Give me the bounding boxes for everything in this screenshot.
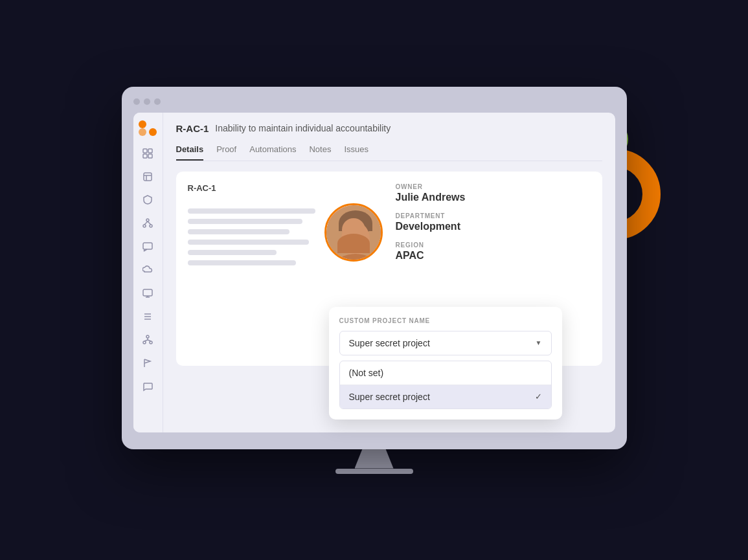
sidebar bbox=[133, 113, 163, 432]
sidebar-icon-dashboard[interactable] bbox=[142, 148, 153, 159]
dropdown-select-trigger[interactable]: Super secret project ▼ bbox=[339, 331, 552, 355]
record-id: R-AC-1 bbox=[176, 123, 209, 134]
monitor-frame: R-AC-1 Inability to maintain individual … bbox=[122, 87, 627, 449]
svg-rect-12 bbox=[143, 243, 152, 249]
text-line-3 bbox=[188, 229, 290, 234]
monitor-base bbox=[335, 469, 413, 474]
custom-project-dropdown-panel[interactable]: CUSTOM PROJECT NAME Super secret project… bbox=[329, 307, 562, 420]
page-header: R-AC-1 Inability to maintain individual … bbox=[176, 123, 602, 134]
department-field: DEPARTMENT Development bbox=[396, 212, 591, 232]
owner-label: OWNER bbox=[396, 183, 591, 190]
text-line-5 bbox=[188, 250, 277, 255]
logo-circle-extra bbox=[139, 128, 146, 136]
app-logo bbox=[139, 120, 157, 136]
text-line-6 bbox=[188, 260, 296, 265]
sidebar-icon-monitor[interactable] bbox=[142, 287, 153, 299]
svg-point-7 bbox=[146, 219, 149, 221]
option-super-secret-label: Super secret project bbox=[349, 392, 430, 402]
svg-point-19 bbox=[146, 335, 149, 338]
window-controls bbox=[133, 98, 615, 105]
sidebar-icon-list[interactable] bbox=[142, 311, 153, 322]
card-record-id: R-AC-1 bbox=[188, 183, 383, 193]
window-dot-2 bbox=[144, 98, 150, 105]
svg-line-10 bbox=[144, 221, 148, 225]
svg-rect-4 bbox=[144, 173, 152, 181]
text-line-4 bbox=[188, 240, 309, 245]
department-value: Development bbox=[396, 221, 591, 232]
record-title: Inability to maintain individual account… bbox=[215, 123, 391, 133]
text-line-1 bbox=[188, 208, 315, 214]
svg-point-30 bbox=[348, 232, 352, 237]
tab-issues[interactable]: Issues bbox=[344, 144, 368, 161]
check-icon: ✓ bbox=[535, 392, 542, 401]
window-dot-1 bbox=[133, 98, 140, 105]
monitor-stand bbox=[355, 449, 394, 469]
svg-point-8 bbox=[143, 225, 146, 227]
svg-line-11 bbox=[148, 221, 151, 225]
sidebar-icon-network[interactable] bbox=[142, 218, 153, 229]
svg-rect-3 bbox=[148, 154, 152, 158]
sidebar-icon-chat[interactable] bbox=[142, 241, 153, 252]
sidebar-icon-flag[interactable] bbox=[142, 357, 153, 369]
tab-details[interactable]: Details bbox=[176, 144, 204, 161]
avatar bbox=[324, 203, 383, 262]
tab-automations[interactable]: Automations bbox=[249, 144, 296, 161]
region-field: REGION APAC bbox=[396, 241, 591, 262]
dropdown-field-label: CUSTOM PROJECT NAME bbox=[339, 317, 552, 324]
dropdown-option-not-set[interactable]: (Not set) bbox=[340, 361, 551, 385]
department-label: DEPARTMENT bbox=[396, 212, 591, 219]
sidebar-icon-shield[interactable] bbox=[142, 194, 153, 206]
svg-point-32 bbox=[354, 239, 357, 241]
dropdown-options-list: (Not set) Super secret project ✓ bbox=[339, 361, 552, 409]
sidebar-icon-cloud[interactable] bbox=[142, 264, 153, 276]
svg-point-21 bbox=[150, 341, 152, 344]
svg-point-29 bbox=[341, 222, 370, 256]
svg-point-20 bbox=[143, 341, 146, 344]
text-line-2 bbox=[188, 219, 302, 224]
region-value: APAC bbox=[396, 250, 591, 262]
owner-value: Julie Andrews bbox=[396, 192, 591, 203]
tab-proof[interactable]: Proof bbox=[216, 144, 236, 161]
option-not-set-label: (Not set) bbox=[349, 368, 384, 378]
svg-point-31 bbox=[359, 232, 363, 237]
tab-notes[interactable]: Notes bbox=[309, 144, 331, 161]
avatar-image bbox=[326, 205, 381, 260]
dropdown-option-super-secret[interactable]: Super secret project ✓ bbox=[340, 385, 551, 409]
svg-rect-0 bbox=[143, 149, 147, 153]
owner-field: OWNER Julie Andrews bbox=[396, 183, 591, 203]
dropdown-selected-value: Super secret project bbox=[349, 338, 430, 348]
tab-bar: Details Proof Automations Notes Issues bbox=[176, 144, 602, 161]
svg-line-24 bbox=[148, 340, 151, 341]
dropdown-arrow-icon: ▼ bbox=[536, 339, 542, 346]
svg-point-9 bbox=[150, 225, 152, 227]
svg-rect-1 bbox=[148, 149, 152, 153]
window-dot-3 bbox=[154, 98, 161, 105]
sidebar-icon-inventory[interactable] bbox=[142, 171, 153, 183]
sidebar-icon-message[interactable] bbox=[142, 381, 153, 392]
svg-rect-13 bbox=[143, 289, 152, 296]
svg-rect-2 bbox=[143, 154, 147, 158]
sidebar-icon-hierarchy[interactable] bbox=[142, 334, 153, 346]
region-label: REGION bbox=[396, 241, 591, 249]
svg-line-23 bbox=[144, 340, 148, 341]
